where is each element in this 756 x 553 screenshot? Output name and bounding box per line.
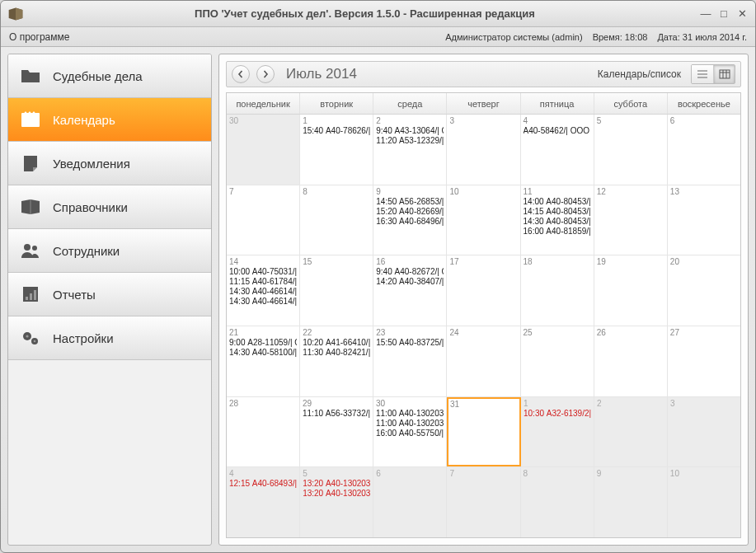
day-cell[interactable]: 25 [521, 326, 594, 396]
day-cell[interactable]: 26 [594, 326, 668, 396]
sidebar-item-gears[interactable]: Настройки [8, 316, 211, 360]
calendar-event[interactable]: 16:00 А40-81859/| С [524, 227, 591, 237]
dow-header: пятница [521, 93, 594, 114]
calendar-event[interactable]: 15:50 А40-83725/| С [376, 338, 444, 348]
day-cell[interactable]: 412:15 А40-68493/| З [227, 467, 300, 537]
calendar-event[interactable]: 16:30 А40-68496/| С [376, 217, 444, 227]
day-number: 5 [597, 116, 664, 126]
calendar-event[interactable]: 14:30 А40-46614/| С [229, 287, 297, 297]
calendar-event[interactable]: 15:20 А40-82669/| С [376, 207, 444, 217]
day-cell[interactable]: 8 [521, 467, 594, 537]
calendar-event[interactable]: 14:30 А40-58100/| С [229, 348, 297, 358]
day-cell[interactable]: 169:40 А40-82672/| С14:20 А40-38407/| С [373, 255, 447, 326]
sidebar-item-people[interactable]: Сотрудники [8, 229, 211, 273]
day-number: 3 [670, 399, 738, 409]
calendar-event[interactable]: 16:00 А40-55750/| С [376, 429, 444, 438]
calendar-event[interactable]: 15:40 А40-78626/| С [303, 126, 370, 136]
day-cell[interactable]: 10 [447, 185, 520, 255]
calendar-event[interactable]: 11:00 А40-130203| С [376, 419, 444, 429]
close-button[interactable]: ✕ [735, 8, 749, 20]
day-cell[interactable]: 914:50 А56-26853/| С15:20 А40-82669/| С1… [373, 185, 447, 255]
calendar-header: Июль 2014 Календарь/список [226, 61, 741, 87]
day-cell[interactable]: 1114:00 А40-80453/| С14:15 А40-80453/| С… [521, 185, 594, 255]
svg-point-6 [32, 246, 37, 251]
day-cell[interactable]: 2 [594, 397, 668, 467]
day-cell[interactable]: 8 [300, 185, 373, 255]
day-cell[interactable]: 17 [447, 255, 520, 326]
day-cell[interactable]: 219:00 А28-11059/| ОС14:30 А40-58100/| С [227, 326, 300, 396]
maximize-button[interactable]: □ [717, 8, 730, 20]
day-cell[interactable]: 7 [447, 467, 520, 537]
day-cell[interactable]: 7 [227, 185, 300, 255]
calendar-event[interactable]: 12:15 А40-68493/| З [229, 479, 297, 489]
calendar-event[interactable]: 14:50 А56-26853/| С [376, 197, 444, 207]
day-cell[interactable]: 18 [521, 255, 594, 326]
minimize-button[interactable]: — [699, 8, 712, 20]
day-cell[interactable]: 28 [227, 397, 300, 467]
day-cell[interactable]: 3 [447, 115, 520, 185]
day-cell[interactable]: 4А40-58462/| ООО С [521, 115, 594, 185]
calendar-event[interactable]: 10:00 А40-75031/| С [229, 267, 297, 277]
calendar-event[interactable]: 11:30 А40-82421/| С [303, 348, 370, 358]
sidebar-item-calendar[interactable]: Календарь [8, 98, 211, 142]
day-cell[interactable]: 2315:50 А40-83725/| С [373, 326, 447, 396]
calendar-event[interactable]: 10:20 А41-66410/| С [303, 338, 370, 348]
calendar-event[interactable]: 14:15 А40-80453/| С [524, 207, 591, 217]
calendar-event[interactable]: 11:10 А56-33732/| С [303, 409, 370, 419]
calendar-event[interactable]: А40-58462/| ООО С [524, 126, 591, 136]
day-cell[interactable]: 27 [668, 326, 740, 396]
day-cell[interactable]: 31 [447, 397, 521, 467]
day-cell[interactable]: 2911:10 А56-33732/| С [300, 397, 373, 467]
day-cell[interactable]: 19 [594, 255, 668, 326]
calendar-event[interactable]: 14:30 А40-80453/| С [524, 217, 591, 227]
calendar-event[interactable]: 9:00 А28-11059/| ОС [229, 338, 297, 348]
day-cell[interactable]: 13 [668, 185, 740, 255]
day-cell[interactable]: 9 [594, 467, 668, 537]
day-cell[interactable]: 29:40 А43-13064/| С11:20 А53-12329/| С [373, 115, 447, 185]
calendar-event[interactable]: 9:40 А43-13064/| С [376, 126, 444, 136]
day-cell[interactable]: 2210:20 А41-66410/| С11:30 А40-82421/| С [300, 326, 373, 396]
week-row: 412:15 А40-68493/| З513:20 А40-130203| З… [227, 467, 740, 537]
next-month-button[interactable] [256, 65, 275, 83]
day-cell[interactable]: 3011:00 А40-130203| С11:00 А40-130203| С… [373, 397, 447, 467]
day-cell[interactable]: 12 [594, 185, 668, 255]
calendar-event[interactable]: 13:20 А40-130203| З [303, 479, 370, 489]
status-time: Время: 18:08 [593, 32, 648, 42]
sidebar-item-chart[interactable]: Отчеты [8, 273, 211, 316]
day-cell[interactable]: 115:40 А40-78626/| С [300, 115, 373, 185]
chart-icon [20, 284, 41, 304]
day-cell[interactable]: 30 [227, 115, 300, 185]
view-list-button[interactable] [692, 65, 713, 83]
day-cell[interactable]: 6 [668, 115, 740, 185]
calendar-event[interactable]: 9:40 А40-82672/| С [376, 267, 444, 277]
day-number: 9 [376, 187, 444, 197]
view-mode-label: Календарь/список [598, 68, 681, 80]
day-cell[interactable]: 15 [300, 255, 373, 326]
day-cell[interactable]: 6 [373, 467, 447, 537]
day-cell[interactable]: 10 [668, 467, 740, 537]
sidebar-item-book[interactable]: Справочники [8, 185, 211, 229]
calendar-event[interactable]: 13:20 А40-130203| З [303, 489, 370, 499]
day-number: 24 [449, 328, 517, 338]
calendar-event[interactable]: 14:00 А40-80453/| С [524, 197, 591, 207]
sidebar-item-note[interactable]: Уведомления [8, 142, 211, 185]
calendar-event[interactable]: 11:15 А40-61784/| С [229, 277, 297, 287]
day-cell[interactable]: 20 [668, 255, 740, 326]
day-cell[interactable]: 24 [447, 326, 520, 396]
prev-month-button[interactable] [232, 65, 250, 83]
calendar-event[interactable]: 14:30 А40-46614/| С [229, 297, 297, 307]
day-cell[interactable]: 5 [594, 115, 668, 185]
menu-about[interactable]: О программе [9, 31, 69, 43]
day-cell[interactable]: 513:20 А40-130203| З13:20 А40-130203| З [300, 467, 373, 537]
sidebar-item-folder[interactable]: Судебные дела [8, 54, 211, 98]
sidebar-item-label: Отчеты [53, 288, 96, 302]
calendar-event[interactable]: 11:00 А40-130203| С [376, 409, 444, 419]
day-cell[interactable]: 3 [668, 397, 740, 467]
day-cell[interactable]: 1410:00 А40-75031/| С11:15 А40-61784/| С… [227, 255, 300, 326]
calendar-event[interactable]: 11:20 А53-12329/| С [376, 136, 444, 146]
calendar-event[interactable]: 10:30 А32-6139/2| С [524, 409, 591, 419]
view-calendar-button[interactable] [713, 65, 735, 83]
calendar-event[interactable]: 14:20 А40-38407/| С [376, 277, 444, 287]
day-cell[interactable]: 110:30 А32-6139/2| С [521, 397, 594, 467]
day-number: 4 [524, 116, 591, 126]
